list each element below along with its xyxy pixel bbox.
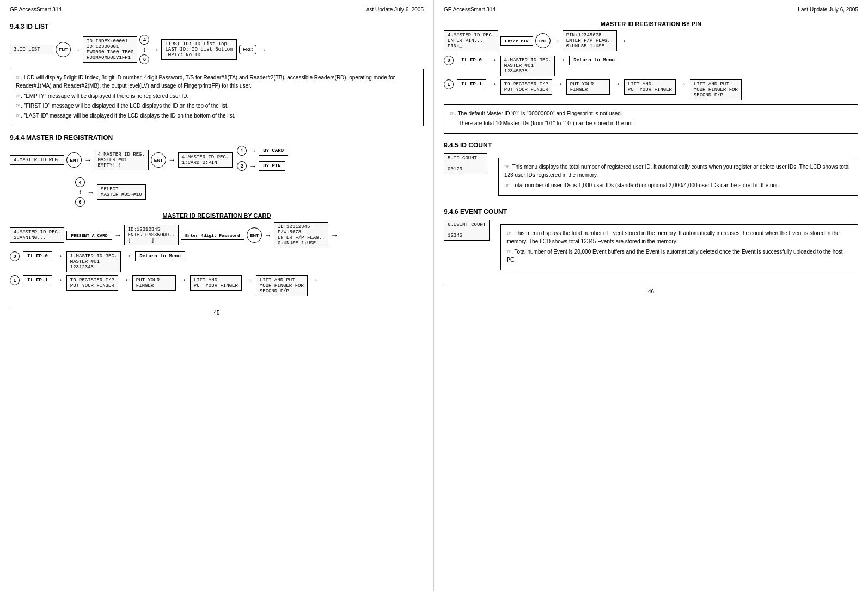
master-reg-lcd-fp0: 1.MASTER ID REG. MASTER #01 12312345	[66, 251, 121, 272]
section-9-4-5-title: 9.4.5 ID COUNT	[444, 141, 858, 149]
pin-master-reg-lcd: 4.MASTER ID REG. MASTER #01 12345678	[500, 56, 555, 76]
card-lcd2: ID:12312345 ENTER PASSWORD.. [_ ]	[124, 225, 179, 245]
pin-lift-and-put-lcd: LIFT AND PUT YOUR FINGER FOR SECOND F/P	[690, 79, 742, 100]
arrow2: →	[151, 45, 159, 54]
master-lcd2: 4.MASTER ID REG. MASTER #01 EMPTY!!!	[94, 150, 148, 170]
select-lcd: SELECT MASTER #01~#10	[97, 184, 146, 200]
event-count-lcd: 6.EVENT COUNT12345	[444, 220, 490, 241]
fp0-btn: If FP=0	[23, 251, 52, 261]
section-9-4-3-title: 9.4.3 ID LIST	[10, 23, 424, 30]
pin-note-box: ☞. The default Master ID '01' is "000000…	[444, 104, 858, 134]
master-lcd3: 4.MASTER ID REG. 1:CARD 2:PIN	[178, 152, 233, 168]
fp1-row: 1 If FP=1 → TO REGISTER F/P PUT YOUR FIN…	[10, 275, 424, 296]
pin-to-reg-lcd: TO REGISTER F/P PUT YOUR FINGER	[500, 79, 552, 95]
master-lcd1: 4.MASTER ID REG.	[10, 155, 64, 165]
select-flow: 4 ↕ 6 → SELECT MASTER #01~#10	[75, 177, 424, 207]
section-9-4-3: 9.4.3 ID LIST 3.ID LIST ENT → ID INDEX:0…	[10, 23, 424, 126]
left-header: GE AccessSmart 314 Last Update July 6, 2…	[10, 7, 424, 15]
id-list-lcd1: 3.ID LIST	[10, 45, 53, 54]
id-count-note-1: ☞. This menu displays the total number o…	[504, 163, 852, 179]
master-pin-title: MASTER ID REGISTRATION BY PIN	[444, 21, 858, 27]
left-title: GE AccessSmart 314	[10, 7, 62, 13]
note-line-4: ☞. "LAST ID" message will be displayed i…	[16, 112, 418, 120]
event-count-notes: ☞. This menu displays the total number o…	[500, 224, 858, 270]
right-title: GE AccessSmart 314	[444, 7, 496, 13]
right-header: GE AccessSmart 314 Last Update July 6, 2…	[444, 7, 858, 15]
num-2: 2	[237, 161, 247, 171]
pin-fp1-circle: 1	[444, 79, 454, 89]
fp1-btn: If FP=1	[23, 275, 52, 285]
put-finger-lcd: PUT YOUR FINGER	[132, 275, 176, 291]
left-page: GE AccessSmart 314 Last Update July 6, 2…	[0, 0, 434, 591]
left-date: Last Update July 6, 2005	[363, 7, 424, 13]
master-card-title: MASTER ID REGISTRATION BY CARD	[10, 212, 424, 219]
num-6: 6	[139, 54, 149, 64]
event-count-note-2: ☞. Total number of Event is 20,000 Event…	[506, 248, 852, 264]
master-ent2[interactable]: ENT	[151, 152, 166, 168]
id-count-lcd: 5.ID COUNT00123	[444, 153, 487, 174]
num-4b: 4	[75, 177, 85, 187]
pin-fp0-circle: 0	[444, 56, 454, 65]
pin-put-finger-lcd: PUT YOUR FINGER	[566, 79, 610, 95]
pin-fp1-btn: If FP=1	[457, 79, 486, 89]
pin-note-1: ☞. The default Master ID '01' is "000000…	[450, 109, 852, 118]
id-list-flow: 3.ID LIST ENT → ID INDEX:00001 ID:123000…	[10, 35, 424, 64]
enter-pin-btn[interactable]: Enter PIN	[500, 36, 533, 46]
fp0-circle: 0	[10, 251, 20, 261]
enter-4digit-btn[interactable]: Enter 4digit Password	[181, 231, 244, 240]
section-9-4-4: 9.4.4 MASTER ID REGISTRATION 4.MASTER ID…	[10, 134, 424, 296]
arrow1: →	[73, 45, 81, 54]
to-reg-lcd: TO REGISTER F/P PUT YOUR FINGER	[66, 275, 118, 291]
pin-ent[interactable]: ENT	[535, 33, 551, 48]
event-count-note-1: ☞. This menu displays the total number o…	[506, 229, 852, 245]
by-card-btn[interactable]: BY CARD	[259, 146, 288, 156]
pin-flow-row: 4.MASTER ID REG. ENTER PIN... PIN:_ Ente…	[444, 30, 858, 51]
num-1: 1	[237, 146, 247, 156]
master-pin-section: MASTER ID REGISTRATION BY PIN 4.MASTER I…	[444, 21, 858, 134]
pin-return-menu: Return to Menu	[569, 56, 619, 65]
right-page-num: 46	[648, 288, 654, 294]
pin-fp0-btn: If FP=0	[457, 56, 486, 65]
pin-note-2: There are total 10 Master IDs (from "01"…	[459, 119, 852, 127]
pin-lcd2: PIN:12345678 ENTER F/P FLAG.. 0:UNUSE 1:…	[563, 30, 617, 51]
by-pin-btn[interactable]: BY PIN	[259, 161, 285, 171]
fp1-circle: 1	[10, 275, 20, 285]
pin-fp1-row: 1 If FP=1 → TO REGISTER F/P PUT YOUR FIN…	[444, 79, 858, 100]
present-card-btn[interactable]: PRESENT A CARD	[66, 231, 112, 240]
section-9-4-4-title: 9.4.4 MASTER ID REGISTRATION	[10, 134, 424, 141]
card-flow-row1: 4.MASTER ID REG. SCANNING... PRESENT A C…	[10, 222, 424, 248]
card-lcd1: 4.MASTER ID REG. SCANNING...	[10, 227, 64, 243]
updown-arrow: ↕	[143, 46, 146, 53]
lift-and-put-lcd: LIFT AND PUT YOUR FINGER FOR SECOND F/P	[256, 275, 308, 296]
card-lcd3: ID:12312345 P/W:5678 ENTER F/P FLAG.. 0:…	[274, 222, 328, 248]
pin-fp0-row: 0 If FP=0 → 4.MASTER ID REG. MASTER #01 …	[444, 56, 858, 76]
arrow3: →	[259, 45, 266, 54]
note-line-1: ☞. LCD will display 5digit ID Index, 8di…	[16, 73, 418, 90]
section-9-4-6-title: 9.4.6 EVENT COUNT	[444, 208, 858, 216]
section-9-4-6: 9.4.6 EVENT COUNT 6.EVENT COUNT12345 ☞. …	[444, 208, 858, 275]
id-count-note-2: ☞. Total number of user IDs is 1,000 use…	[504, 181, 852, 189]
pin-lcd1: 4.MASTER ID REG. ENTER PIN... PIN:_	[444, 30, 498, 51]
id-count-notes: ☞. This menu displays the total number o…	[498, 158, 858, 196]
num-6b: 6	[75, 197, 85, 207]
note-line-3: ☞. "FIRST ID" message will be displayed …	[16, 102, 418, 110]
right-footer: 46	[444, 286, 858, 294]
right-date: Last Update July 6, 2005	[798, 7, 858, 13]
esc-btn[interactable]: ESC	[239, 45, 257, 54]
note-line-2: ☞. "EMPTY" message will be displayed if …	[16, 92, 418, 100]
id-list-lcd3: FIRST ID: ID List Top LAST ID: ID List B…	[161, 39, 236, 60]
left-page-num: 45	[213, 310, 219, 316]
fp0-row: 0 If FP=0 → 1.MASTER ID REG. MASTER #01 …	[10, 251, 424, 272]
return-menu-fp0: Return to Menu	[135, 251, 185, 261]
master-reg-flow-top: 4.MASTER ID REG. ENT → 4.MASTER ID REG. …	[10, 146, 424, 174]
id-list-notes: ☞. LCD will display 5digit ID Index, 8di…	[10, 69, 424, 126]
id-list-ent1[interactable]: ENT	[56, 42, 71, 57]
num-4: 4	[139, 35, 149, 45]
id-list-lcd2: ID INDEX:00001 ID:12300001 PW0000 TA00 T…	[83, 36, 137, 63]
right-page: GE AccessSmart 314 Last Update July 6, 2…	[434, 0, 868, 591]
section-9-4-5: 9.4.5 ID COUNT 5.ID COUNT00123 ☞. This m…	[444, 141, 858, 200]
master-ent1[interactable]: ENT	[66, 152, 82, 168]
lift-and-lcd: LIFT AND PUT YOUR FINGER	[190, 275, 242, 291]
card-ent[interactable]: ENT	[247, 227, 262, 243]
pin-lift-and-lcd: LIFT AND PUT YOUR FINGER	[624, 79, 676, 95]
